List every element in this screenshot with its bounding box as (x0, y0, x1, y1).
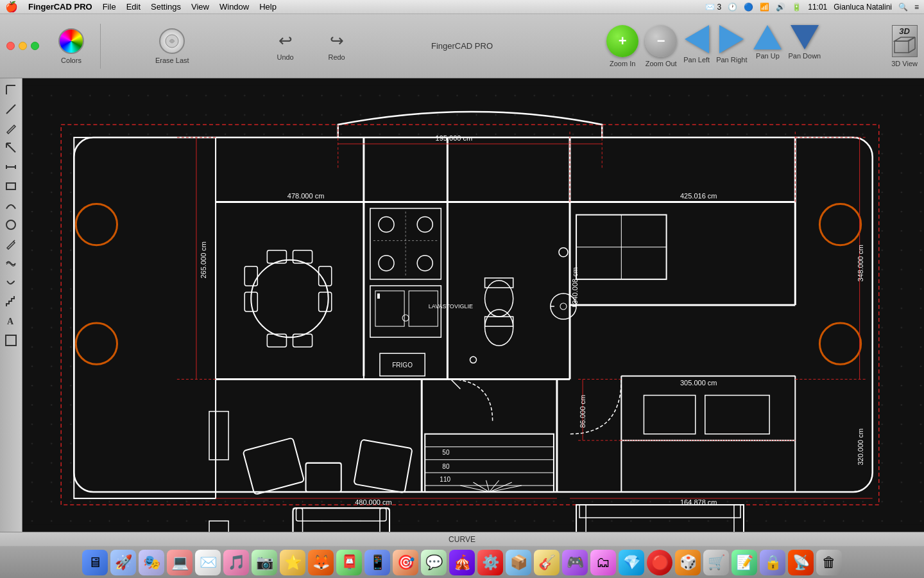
erase-label: Erase Last (155, 57, 189, 64)
search-icon[interactable]: 🔍 (898, 3, 908, 12)
close-button[interactable] (6, 42, 15, 50)
list-icon[interactable]: ≡ (914, 3, 919, 12)
svg-text:110: 110 (440, 476, 450, 483)
dock-app7[interactable]: 💬 (421, 550, 447, 575)
dock-mail[interactable]: ✉️ (195, 550, 221, 575)
bluetooth-icon: 🔵 (744, 3, 753, 12)
maximize-button[interactable] (31, 42, 39, 50)
tool-stairs[interactable] (2, 293, 20, 311)
dock-app9[interactable]: ⚙️ (477, 550, 503, 575)
svg-line-4 (909, 49, 915, 53)
menu-file[interactable]: File (103, 2, 116, 12)
tool-wave[interactable] (2, 254, 20, 272)
undo-button[interactable]: ↩ Undo (266, 28, 305, 64)
pan-left-label: Pan Left (683, 56, 710, 64)
svg-line-9 (6, 143, 15, 152)
dock-music[interactable]: 🎵 (223, 550, 249, 575)
dock-trash[interactable]: 🗑 (816, 550, 842, 575)
svg-text:425.016 cm: 425.016 cm (680, 192, 717, 200)
3d-view-button[interactable]: 3D 3D View (891, 25, 918, 67)
colors-button[interactable]: Colors (58, 28, 84, 64)
pan-right-label: Pan Right (716, 56, 747, 64)
pan-right-button[interactable]: Pan Right (716, 25, 747, 67)
dock-app11[interactable]: 🎸 (534, 550, 560, 575)
tool-infinity[interactable] (2, 274, 20, 292)
wifi-icon: 📶 (760, 3, 769, 12)
dock-app2[interactable]: 💻 (167, 550, 193, 575)
tool-arrow[interactable] (2, 139, 20, 157)
pan-left-icon (685, 25, 709, 53)
pan-right-icon (719, 25, 744, 53)
dock-app12[interactable]: 🎮 (562, 550, 588, 575)
redo-button[interactable]: ↪ Redo (318, 28, 356, 64)
tool-frame[interactable] (2, 331, 20, 349)
menu-help[interactable]: Help (259, 2, 277, 12)
dock-photos[interactable]: 📷 (252, 550, 277, 575)
dock-app4[interactable]: 📮 (336, 550, 362, 575)
tool-curve[interactable] (2, 197, 20, 215)
pan-up-label: Pan Up (756, 52, 780, 60)
pan-up-button[interactable]: Pan Up (753, 25, 782, 67)
svg-line-3 (909, 37, 915, 41)
app-name: FingerCAD PRO (28, 2, 92, 12)
menu-window[interactable]: Window (219, 2, 249, 12)
zoom-out-icon[interactable]: − (645, 25, 677, 57)
dock-app6[interactable]: 🎯 (393, 550, 418, 575)
dock-launchpad[interactable]: 🚀 (110, 550, 136, 575)
redo-label: Redo (328, 53, 345, 61)
dock: 🖥 🚀 🎭 💻 ✉️ 🎵 📷 ⭐ 🦊 📮 📱 🎯 💬 🎪 ⚙️ 📦 🎸 🎮 🗂 … (0, 546, 924, 578)
dock-app1[interactable]: 🎭 (139, 550, 164, 575)
dock-firefox[interactable]: 🦊 (308, 550, 334, 575)
dock-app18[interactable]: 📝 (732, 550, 757, 575)
dock-app5[interactable]: 📱 (364, 550, 390, 575)
menu-view[interactable]: View (191, 2, 209, 12)
menu-edit[interactable]: Edit (126, 2, 141, 12)
svg-text:FRIGO: FRIGO (392, 362, 413, 369)
clock-icon: 🕐 (728, 3, 737, 12)
minimize-button[interactable] (19, 42, 27, 50)
window-controls (6, 42, 39, 50)
dock-app10[interactable]: 📦 (506, 550, 531, 575)
svg-text:LAVASTOVIGLIE: LAVASTOVIGLIE (429, 303, 473, 310)
dock-app17[interactable]: 🛒 (703, 550, 729, 575)
apple-menu[interactable]: 🍎 (5, 1, 18, 13)
toolbar: Colors Erase Last FingerCAD PRO ↩ Undo ↪… (0, 14, 924, 78)
dock-app13[interactable]: 🗂 (590, 550, 616, 575)
time-display: 11:01 (808, 3, 827, 12)
canvas-area[interactable]: 195.000 cm 478.000 cm 265.000 cm 340.008… (22, 78, 924, 532)
dock-app19[interactable]: 🔒 (760, 550, 785, 575)
tool-text[interactable]: A (2, 312, 20, 330)
tool-circle[interactable] (2, 216, 20, 234)
dock-app20[interactable]: 📡 (788, 550, 814, 575)
zoom-in-label: Zoom In (610, 60, 635, 67)
zoom-in-icon[interactable]: + (606, 25, 638, 57)
svg-text:305.000 cm: 305.000 cm (680, 379, 717, 387)
pan-down-button[interactable]: Pan Down (788, 25, 821, 67)
zoom-in-button[interactable]: + Zoom In (606, 25, 638, 67)
erase-last-button[interactable]: Erase Last (155, 28, 189, 64)
dock-app15[interactable]: 🔴 (647, 550, 672, 575)
left-toolbar: A (0, 78, 22, 532)
svg-rect-1 (894, 41, 909, 53)
tool-rect[interactable] (2, 177, 20, 195)
svg-point-16 (6, 220, 15, 229)
tool-select[interactable] (2, 81, 20, 99)
dock-app16[interactable]: 🎲 (675, 550, 701, 575)
menu-settings[interactable]: Settings (151, 2, 181, 12)
dock-app8[interactable]: 🎪 (449, 550, 475, 575)
dock-app3[interactable]: ⭐ (280, 550, 305, 575)
svg-text:478.000 cm: 478.000 cm (287, 192, 325, 200)
zoom-out-button[interactable]: − Zoom Out (645, 25, 677, 67)
svg-line-17 (13, 240, 15, 241)
menubar: 🍎 FingerCAD PRO File Edit Settings View … (0, 0, 924, 14)
dock-app14[interactable]: 💎 (619, 550, 644, 575)
tool-measure[interactable] (2, 158, 20, 176)
dock-finder[interactable]: 🖥 (82, 550, 108, 575)
tool-pen[interactable] (2, 119, 20, 137)
tool-pencil[interactable] (2, 235, 20, 253)
status-mode: CURVE (449, 535, 475, 544)
pan-left-button[interactable]: Pan Left (683, 25, 710, 67)
tool-line[interactable] (2, 100, 20, 118)
erase-icon (159, 28, 185, 54)
colors-label: Colors (61, 57, 81, 64)
